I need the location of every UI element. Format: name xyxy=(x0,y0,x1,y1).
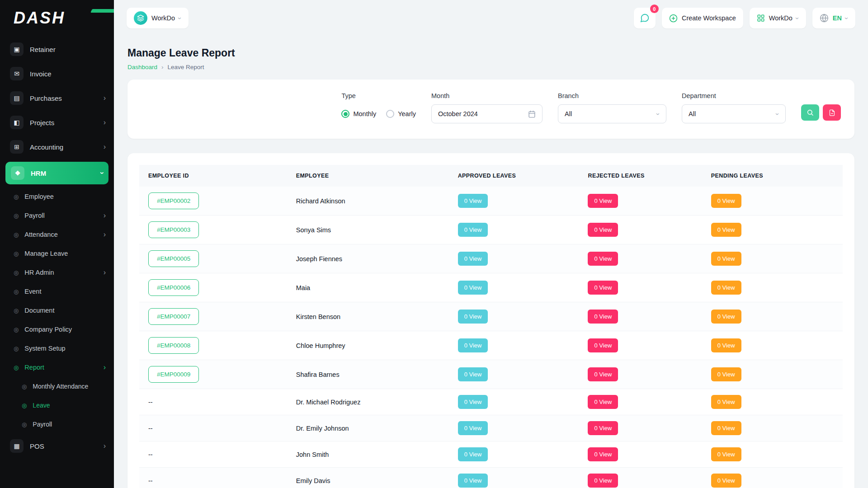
sidebar-item-purchases[interactable]: ▤Purchases› xyxy=(0,86,114,110)
breadcrumb-dashboard-link[interactable]: Dashboard xyxy=(127,64,157,70)
approved-leaves-view-button[interactable]: 0 View xyxy=(458,421,488,435)
sidebar-item-report[interactable]: ◎Report› xyxy=(0,358,114,377)
approved-leaves-view-button[interactable]: 0 View xyxy=(458,223,488,237)
employee-name: Maia xyxy=(287,273,449,302)
pending-leaves-view-button[interactable]: 0 View xyxy=(711,395,741,409)
rejected-leaves-view-button[interactable]: 0 View xyxy=(588,367,618,381)
sidebar-item-manage-leave[interactable]: ◎Manage Leave xyxy=(0,244,114,263)
employee-id-button[interactable]: #EMP00009 xyxy=(148,366,199,383)
sidebar-item-hr-admin[interactable]: ◎HR Admin› xyxy=(0,263,114,282)
rejected-leaves-view-button[interactable]: 0 View xyxy=(588,395,618,409)
rejected-leaves-view-button[interactable]: 0 View xyxy=(588,281,618,295)
workspace-avatar-icon xyxy=(134,11,147,25)
rejected-leaves-view-button[interactable]: 0 View xyxy=(588,421,618,435)
create-workspace-button[interactable]: Create Workspace xyxy=(662,8,743,28)
approved-leaves-view-button[interactable]: 0 View xyxy=(458,447,488,461)
pending-leaves-view-button[interactable]: 0 View xyxy=(711,194,741,208)
approved-leaves-view-button[interactable]: 0 View xyxy=(458,338,488,352)
pending-leaves-view-button[interactable]: 0 View xyxy=(711,474,741,488)
sidebar-item-attendance[interactable]: ◎Attendance› xyxy=(0,225,114,244)
rejected-leaves-view-button[interactable]: 0 View xyxy=(588,338,618,352)
approved-leaves-view-button[interactable]: 0 View xyxy=(458,194,488,208)
table-row: --Dr. Michael Rodriguez0 View0 View0 Vie… xyxy=(139,389,843,415)
workdo-menu-button[interactable]: WorkDo › xyxy=(750,8,806,28)
sidebar-item-hrm[interactable]: ❖HRM› xyxy=(5,162,108,184)
approved-leaves-view-button[interactable]: 0 View xyxy=(458,310,488,324)
pending-leaves-view-button[interactable]: 0 View xyxy=(711,252,741,266)
sidebar-item-label: Event xyxy=(24,288,41,295)
sidebar-item-leave[interactable]: ◎Leave xyxy=(0,396,114,415)
sidebar-item-payroll[interactable]: ◎Payroll› xyxy=(0,206,114,225)
radio-monthly-label: Monthly xyxy=(353,110,376,117)
approved-leaves-view-button[interactable]: 0 View xyxy=(458,474,488,488)
rejected-leaves-view-button[interactable]: 0 View xyxy=(588,252,618,266)
rejected-leaves-view-button[interactable]: 0 View xyxy=(588,447,618,461)
employee-id-button[interactable]: #EMP00007 xyxy=(148,308,199,325)
pending-leaves-view-button[interactable]: 0 View xyxy=(711,367,741,381)
branch-select[interactable]: All › xyxy=(558,104,666,123)
rejected-leaves-view-button[interactable]: 0 View xyxy=(588,194,618,208)
workspace-switcher-button[interactable]: WorkDo › xyxy=(127,8,189,28)
employee-id-button[interactable]: #EMP00005 xyxy=(148,250,199,267)
sidebar-item-retainer[interactable]: ▣Retainer xyxy=(0,37,114,61)
branch-label: Branch xyxy=(558,92,666,99)
search-button[interactable] xyxy=(801,104,819,121)
sidebar-item-document[interactable]: ◎Document xyxy=(0,301,114,320)
sidebar-item-projects[interactable]: ◧Projects› xyxy=(0,110,114,135)
filter-actions xyxy=(801,104,841,121)
department-select[interactable]: All › xyxy=(682,104,786,123)
rejected-leaves-view-button[interactable]: 0 View xyxy=(588,310,618,324)
reset-button[interactable] xyxy=(823,104,841,121)
month-input[interactable]: October 2024 xyxy=(431,104,542,123)
pending-leaves-view-button[interactable]: 0 View xyxy=(711,421,741,435)
chevron-down-icon: › xyxy=(655,113,662,115)
employee-id-button[interactable]: #EMP00008 xyxy=(148,337,199,354)
rejected-leaves-view-button[interactable]: 0 View xyxy=(588,474,618,488)
sidebar-item-label: HRM xyxy=(31,169,46,177)
page-content: Manage Leave Report Dashboard › Leave Re… xyxy=(114,36,868,488)
bullet-icon: ◎ xyxy=(22,403,27,408)
sidebar-item-pos[interactable]: ▦POS› xyxy=(0,434,114,458)
sidebar-item-company-policy[interactable]: ◎Company Policy xyxy=(0,320,114,339)
table-row: #EMP00008Chloe Humphrey0 View0 View0 Vie… xyxy=(139,331,843,360)
sidebar-item-system-setup[interactable]: ◎System Setup xyxy=(0,339,114,358)
employee-id-button[interactable]: #EMP00002 xyxy=(148,192,199,209)
sidebar-item-accounting[interactable]: ⊞Accounting› xyxy=(0,135,114,159)
search-icon xyxy=(807,109,814,116)
sidebar-item-label: Report xyxy=(24,364,44,371)
sidebar-item-label: Projects xyxy=(30,119,54,127)
sidebar-item-employee[interactable]: ◎Employee xyxy=(0,187,114,206)
employee-id-button[interactable]: #EMP00006 xyxy=(148,279,199,296)
sidebar-item-label: Document xyxy=(24,307,54,314)
rejected-leaves-view-button[interactable]: 0 View xyxy=(588,223,618,237)
sidebar-item-payroll[interactable]: ◎Payroll xyxy=(0,415,114,434)
language-button[interactable]: EN › xyxy=(812,8,855,28)
sidebar-item-label: Attendance xyxy=(24,231,57,238)
pending-leaves-view-button[interactable]: 0 View xyxy=(711,338,741,352)
pending-leaves-view-button[interactable]: 0 View xyxy=(711,281,741,295)
approved-leaves-view-button[interactable]: 0 View xyxy=(458,252,488,266)
sidebar-item-event[interactable]: ◎Event xyxy=(0,282,114,301)
radio-monthly[interactable]: Monthly xyxy=(341,110,376,118)
approved-leaves-view-button[interactable]: 0 View xyxy=(458,281,488,295)
leave-report-table-card: Employee IDEmployeeApproved LeavesReject… xyxy=(127,153,854,488)
chevron-down-icon: › xyxy=(98,172,105,174)
breadcrumb-current: Leave Report xyxy=(168,64,204,70)
table-body: #EMP00002Richard Atkinson0 View0 View0 V… xyxy=(139,187,843,488)
pending-leaves-view-button[interactable]: 0 View xyxy=(711,447,741,461)
app-logo[interactable]: DASH xyxy=(0,0,114,36)
approved-leaves-view-button[interactable]: 0 View xyxy=(458,367,488,381)
approved-leaves-view-button[interactable]: 0 View xyxy=(458,395,488,409)
hrm-icon: ❖ xyxy=(11,166,24,180)
employee-name: Joseph Fiennes xyxy=(287,244,449,273)
invoice-icon: ✉ xyxy=(10,67,24,80)
employee-id-button[interactable]: #EMP00003 xyxy=(148,221,199,238)
messages-button[interactable]: 0 xyxy=(634,8,656,28)
pending-leaves-view-button[interactable]: 0 View xyxy=(711,310,741,324)
radio-yearly[interactable]: Yearly xyxy=(386,110,416,118)
pending-leaves-view-button[interactable]: 0 View xyxy=(711,223,741,237)
sidebar-item-label: Employee xyxy=(24,193,53,200)
sidebar-item-invoice[interactable]: ✉Invoice xyxy=(0,61,114,86)
bullet-icon: ◎ xyxy=(14,327,19,333)
sidebar-item-monthly-attendance[interactable]: ◎Monthly Attendance xyxy=(0,377,114,396)
